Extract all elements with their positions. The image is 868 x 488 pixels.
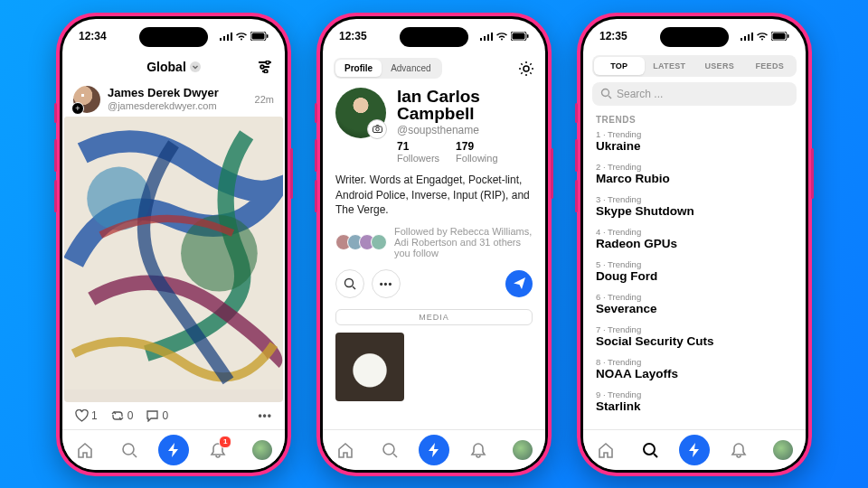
nav-notifications[interactable]: 1: [203, 435, 233, 465]
svg-rect-1: [223, 36, 225, 41]
phone-frame-2: 12:35 Profile Advanced: [316, 13, 552, 476]
repost-button[interactable]: 0: [110, 409, 134, 422]
post-image[interactable]: [64, 117, 283, 402]
nav-profile[interactable]: [247, 435, 278, 465]
tab-latest[interactable]: LATEST: [645, 57, 695, 75]
svg-point-42: [644, 444, 655, 455]
svg-line-18: [133, 454, 137, 457]
nav-bolt[interactable]: [679, 435, 710, 465]
followers[interactable]: 71Followers: [397, 140, 439, 164]
nav-bolt[interactable]: [158, 435, 189, 465]
search-icon: [381, 441, 399, 459]
profile-avatar[interactable]: [335, 88, 386, 138]
trend-item[interactable]: 1 · TrendingUkraine: [596, 129, 793, 153]
trend-rank: 6 · Trending: [596, 292, 793, 302]
trend-item[interactable]: 4 · TrendingRadeon GPUs: [596, 227, 793, 250]
feed-selector[interactable]: Global: [146, 60, 201, 74]
heart-icon: [75, 409, 89, 422]
battery-icon: [771, 32, 789, 41]
author-name: James Derek Dwyer: [108, 87, 219, 99]
nav-notifications[interactable]: [723, 435, 754, 465]
svg-rect-34: [744, 36, 746, 41]
repost-count: 0: [127, 409, 134, 422]
svg-line-32: [393, 454, 397, 457]
profile-actions: •••: [335, 269, 533, 298]
trend-topic: Radeon GPUs: [596, 237, 793, 250]
nav-profile[interactable]: [768, 435, 798, 465]
profile-bio: Writer. Words at Engadget, Pocket-lint, …: [335, 173, 533, 217]
svg-rect-0: [220, 38, 222, 41]
following[interactable]: 179Following: [456, 140, 497, 164]
tab-top[interactable]: TOP: [594, 57, 645, 75]
trend-item[interactable]: 5 · TrendingDoug Ford: [596, 259, 793, 283]
tab-advanced[interactable]: Advanced: [382, 60, 439, 77]
svg-rect-21: [487, 34, 489, 41]
trend-item[interactable]: 2 · TrendingMarco Rubio: [596, 162, 793, 185]
trend-topic: Severance: [596, 302, 793, 315]
nav-search[interactable]: [635, 435, 665, 465]
tab-profile[interactable]: Profile: [335, 60, 382, 77]
dynamic-island: [660, 27, 729, 47]
explore-tabs: TOP LATEST USERS FEEDS: [592, 55, 797, 77]
followed-by[interactable]: Followed by Rebecca Williams, Adi Robert…: [335, 226, 533, 258]
trend-rank: 4 · Trending: [596, 227, 793, 237]
repost-icon: [110, 409, 125, 422]
trend-item[interactable]: 9 · TrendingStarlink: [596, 389, 793, 413]
nav-search[interactable]: [114, 435, 145, 465]
author-handle: @jamesderekdwyer.com: [108, 100, 219, 111]
profile-avatar-icon: [513, 440, 533, 460]
nav-search[interactable]: [374, 435, 405, 465]
search-profile-button[interactable]: [335, 269, 364, 298]
nav-home[interactable]: [590, 435, 621, 465]
comment-button[interactable]: 0: [146, 409, 168, 422]
profile-avatar-icon: [252, 440, 272, 460]
home-icon: [597, 441, 615, 459]
trend-item[interactable]: 6 · TrendingSeverance: [596, 292, 793, 315]
more-profile-button[interactable]: •••: [372, 269, 401, 298]
search-placeholder: Search ...: [617, 88, 663, 100]
search-input[interactable]: Search ...: [592, 82, 797, 106]
nav-home[interactable]: [330, 435, 361, 465]
trend-item[interactable]: 7 · TrendingSocial Security Cuts: [596, 324, 793, 348]
svg-rect-19: [480, 38, 482, 41]
media-section-header[interactable]: MEDIA: [335, 309, 533, 325]
svg-line-30: [353, 286, 355, 289]
svg-rect-22: [491, 33, 493, 41]
trend-topic: Ukraine: [596, 139, 793, 153]
feed-title: Global: [146, 60, 186, 74]
trend-rank: 2 · Trending: [596, 162, 793, 172]
nav-bolt[interactable]: [419, 435, 449, 465]
trend-item[interactable]: 3 · TrendingSkype Shutdown: [596, 194, 793, 218]
comment-icon: [146, 409, 159, 422]
edit-avatar-button[interactable]: [367, 119, 387, 139]
clock: 12:35: [599, 30, 627, 42]
trend-item[interactable]: 8 · TrendingNOAA Layoffs: [596, 357, 793, 380]
trend-topic: NOAA Layoffs: [596, 367, 793, 380]
message-button[interactable]: [505, 270, 533, 297]
media-item[interactable]: [335, 333, 404, 401]
like-button[interactable]: 1: [75, 409, 98, 422]
nav-home[interactable]: [70, 435, 100, 465]
gear-icon[interactable]: [518, 61, 534, 77]
search-icon: [344, 277, 356, 290]
svg-point-40: [602, 89, 609, 97]
tab-feeds[interactable]: FEEDS: [745, 57, 796, 75]
tab-users[interactable]: USERS: [694, 57, 745, 75]
status-bar: 12:35: [323, 19, 545, 53]
svg-line-41: [609, 96, 611, 99]
trends-header: TRENDS: [583, 113, 806, 129]
follower-avatars: [335, 234, 387, 250]
nav-profile[interactable]: [507, 435, 538, 465]
filter-icon[interactable]: [258, 61, 272, 73]
nav-notifications[interactable]: [463, 435, 494, 465]
wifi-icon: [235, 32, 248, 41]
svg-point-26: [524, 66, 529, 71]
more-button[interactable]: •••: [258, 409, 272, 422]
phone-frame-1: 12:34 Global James Derek Dwyer @jam: [56, 13, 291, 476]
post-header[interactable]: James Derek Dwyer @jamesderekdwyer.com 2…: [62, 80, 285, 117]
status-bar: 12:34: [62, 19, 285, 53]
notification-badge: 1: [219, 436, 231, 448]
svg-point-17: [123, 444, 134, 455]
svg-point-12: [260, 65, 264, 69]
author-avatar[interactable]: [73, 86, 100, 113]
